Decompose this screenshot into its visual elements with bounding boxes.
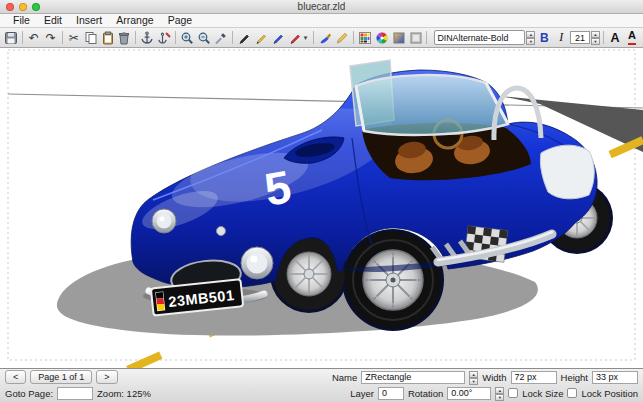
- scissors-icon: ✂: [69, 32, 79, 44]
- copy-icon: [84, 31, 98, 45]
- menu-file[interactable]: File: [6, 14, 37, 27]
- status-row-1: < Page 1 of 1 > Name ▴▾ Width Height: [0, 369, 643, 385]
- anchor-pen-button[interactable]: [156, 29, 172, 46]
- width-field[interactable]: [511, 371, 557, 384]
- zoom-in-icon: [180, 31, 194, 45]
- rear-fender-patch: [540, 145, 594, 199]
- window-title: bluecar.zld: [0, 0, 643, 13]
- width-label: Width: [482, 372, 506, 383]
- pen-yellow-button[interactable]: [253, 29, 269, 46]
- toolbar-separator: [175, 31, 176, 44]
- layer-field[interactable]: [378, 387, 404, 400]
- statusbar: < Page 1 of 1 > Name ▴▾ Width Height Got…: [0, 368, 643, 402]
- lock-position-checkbox[interactable]: [567, 388, 577, 398]
- pen-blue-icon: [271, 31, 285, 45]
- pencil-icon: [335, 31, 349, 45]
- undo-icon: ↶: [29, 32, 39, 44]
- redo-icon: ↷: [46, 32, 56, 44]
- gradient-swatch-button[interactable]: [391, 29, 407, 46]
- toolbar-separator: [313, 31, 314, 44]
- menu-page[interactable]: Page: [161, 14, 200, 27]
- pen-menu-chevron-icon[interactable]: ▾: [304, 34, 310, 42]
- page-indicator-button[interactable]: Page 1 of 1: [30, 370, 92, 384]
- save-button[interactable]: [3, 29, 19, 46]
- menu-edit[interactable]: Edit: [37, 14, 69, 27]
- minimize-button[interactable]: [19, 3, 27, 11]
- font-family-value: DINAlternate-Bold: [437, 33, 508, 43]
- eyedropper-icon: [214, 31, 228, 45]
- text-color-button[interactable]: A: [628, 30, 636, 45]
- undo-button[interactable]: ↶: [26, 29, 42, 46]
- font-size-field[interactable]: 21: [570, 31, 590, 44]
- maximize-button[interactable]: [32, 3, 40, 11]
- toolbar-separator: [426, 31, 427, 44]
- font-size-stepper[interactable]: ▴▾: [591, 31, 600, 44]
- drawing-canvas[interactable]: 5: [0, 48, 643, 368]
- zoom-in-button[interactable]: [179, 29, 195, 46]
- lock-size-label: Lock Size: [522, 388, 563, 399]
- size-stepper[interactable]: ▴▾: [469, 371, 478, 384]
- toolbar-separator: [22, 31, 23, 44]
- pen-red-button[interactable]: [287, 29, 303, 46]
- headlight-far: [152, 209, 176, 233]
- anchor-icon: [140, 31, 154, 45]
- menu-arrange[interactable]: Arrange: [109, 14, 160, 27]
- pen-black-button[interactable]: [236, 29, 252, 46]
- color-wheel-button[interactable]: [374, 29, 390, 46]
- lock-position-label: Lock Position: [581, 388, 638, 399]
- pen-black-icon: [237, 31, 251, 45]
- rotation-field[interactable]: [447, 387, 491, 400]
- font-panel-button[interactable]: A: [607, 29, 623, 46]
- brush-button[interactable]: [317, 29, 333, 46]
- toolbar-separator: [232, 31, 233, 44]
- color-wheel-icon: [375, 31, 389, 45]
- lock-size-checkbox[interactable]: [508, 388, 518, 398]
- zoom-out-button[interactable]: [196, 29, 212, 46]
- trash-icon: [117, 31, 131, 45]
- paste-button[interactable]: [100, 29, 116, 46]
- headlight-near: [241, 247, 273, 279]
- close-button[interactable]: [6, 3, 14, 11]
- canvas-scene: 5: [0, 48, 643, 368]
- toolbar: ↶ ↷ ✂: [0, 28, 643, 48]
- cut-button[interactable]: ✂: [66, 29, 82, 46]
- pen-yellow-icon: [254, 31, 268, 45]
- copy-button[interactable]: [83, 29, 99, 46]
- menu-insert[interactable]: Insert: [69, 14, 109, 27]
- color-grid-button[interactable]: [357, 29, 373, 46]
- toolbar-separator: [353, 31, 354, 44]
- pattern-swatch-button[interactable]: [408, 29, 424, 46]
- titlebar[interactable]: bluecar.zld: [0, 0, 643, 14]
- toolbar-separator: [135, 31, 136, 44]
- font-family-stepper[interactable]: ▴▾: [526, 31, 535, 44]
- pencil-button[interactable]: [334, 29, 350, 46]
- redo-button[interactable]: ↷: [43, 29, 59, 46]
- zoom-label: Zoom: 125%: [97, 388, 151, 399]
- color-grid-icon: [358, 31, 372, 45]
- front-near-wheel: [345, 232, 441, 328]
- pattern-swatch-icon: [409, 31, 423, 45]
- rotation-stepper[interactable]: ▴▾: [495, 387, 504, 400]
- goto-page-label: Goto Page:: [5, 388, 53, 399]
- height-label: Height: [561, 372, 588, 383]
- delete-button[interactable]: [117, 29, 133, 46]
- bold-button[interactable]: B: [536, 29, 552, 46]
- font-family-select[interactable]: DINAlternate-Bold: [434, 30, 525, 45]
- pen-red-icon: [288, 31, 302, 45]
- menubar: File Edit Insert Arrange Page: [0, 14, 643, 28]
- anchor-button[interactable]: [139, 29, 155, 46]
- goto-page-field[interactable]: [57, 387, 93, 400]
- toolbar-separator: [62, 31, 63, 44]
- height-field[interactable]: [592, 371, 638, 384]
- next-page-button[interactable]: >: [96, 370, 117, 384]
- pen-blue-button[interactable]: [270, 29, 286, 46]
- name-field[interactable]: [361, 371, 465, 384]
- eyedropper-button[interactable]: [213, 29, 229, 46]
- nose-badge: [217, 227, 226, 236]
- paste-icon: [101, 31, 115, 45]
- name-label: Name: [332, 372, 357, 383]
- prev-page-button[interactable]: <: [5, 370, 26, 384]
- anchor-pen-icon: [157, 31, 171, 45]
- toolbar-separator: [603, 31, 604, 44]
- italic-button[interactable]: I: [553, 29, 569, 46]
